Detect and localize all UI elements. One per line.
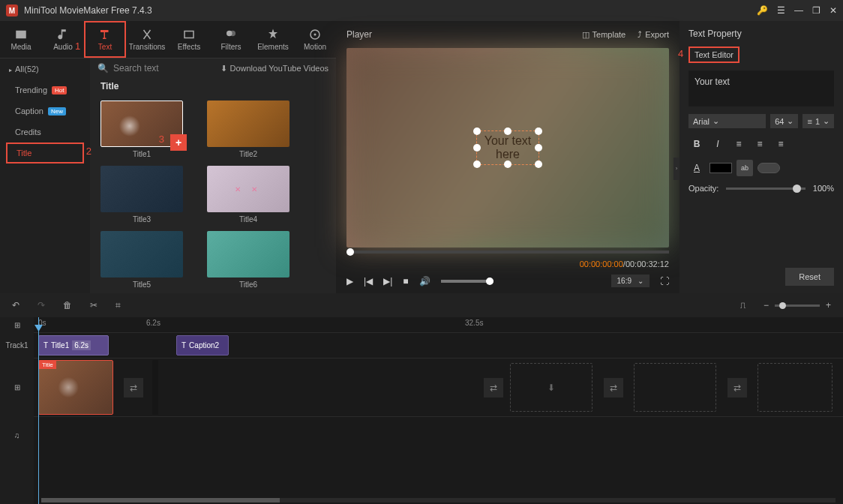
play-icon[interactable]: ▶ (346, 276, 353, 286)
props-title: Text Property (688, 28, 834, 39)
sidebar-item-title[interactable]: Title (6, 142, 84, 164)
opacity-slider[interactable] (726, 188, 806, 190)
trash-icon[interactable]: 🗑 (63, 300, 72, 310)
line-spacing-select[interactable]: ≡1⌄ (802, 114, 834, 128)
clip-video-main[interactable] (152, 360, 475, 415)
tab-motion[interactable]: Motion (294, 21, 336, 58)
align-center-button[interactable]: ≡ (752, 136, 768, 152)
font-size-select[interactable]: 64⌄ (770, 114, 798, 128)
tab-elements[interactable]: Elements (252, 21, 294, 58)
key-icon[interactable]: 🔑 (757, 5, 768, 16)
bold-button[interactable]: B (688, 136, 705, 152)
next-frame-icon[interactable]: ▶| (383, 276, 392, 286)
audio-track-icon[interactable]: ♫ (0, 416, 34, 454)
panel-collapse-handle[interactable]: › (674, 158, 680, 180)
thumb-title5[interactable]: Title5 (100, 231, 183, 289)
seek-bar[interactable] (346, 250, 669, 254)
opacity-label: Opacity: (688, 184, 718, 193)
clip-caption2[interactable]: T Caption2 (176, 335, 229, 356)
handle-icon[interactable] (473, 144, 481, 152)
sidebar-item-credits[interactable]: Credits (0, 122, 90, 142)
annotation-3: 3 (159, 134, 164, 145)
app-logo: M (6, 4, 18, 16)
text-track[interactable]: T Title1 6.2s T Caption2 (34, 332, 843, 358)
minimize-icon[interactable]: — (794, 5, 803, 16)
reset-button[interactable]: Reset (785, 268, 834, 286)
drop-zone[interactable]: ⬇ (510, 363, 592, 412)
time-ruler[interactable]: 0s 6.2s 32.5s (34, 317, 843, 332)
sidebar-header[interactable]: ▸All(52) (0, 58, 90, 80)
search-icon: 🔍 (98, 63, 109, 74)
handle-icon[interactable] (504, 128, 512, 135)
thumb-title3[interactable]: Title3 (100, 166, 183, 224)
download-link[interactable]: ⬇ Download YouTube Videos (220, 64, 329, 74)
highlight-button[interactable]: ab (736, 160, 753, 176)
text-editor-input[interactable] (688, 70, 834, 106)
volume-slider[interactable] (441, 280, 494, 283)
export-button[interactable]: ⤴ Export (638, 30, 669, 40)
maximize-icon[interactable]: ❐ (812, 5, 820, 16)
highlight-color-swatch[interactable] (758, 163, 780, 173)
drop-zone[interactable] (758, 363, 832, 412)
align-right-button[interactable]: ≡ (772, 136, 789, 152)
chevron-down-icon: ⌄ (823, 116, 830, 126)
add-track-button[interactable]: ⊞ (0, 317, 34, 332)
tab-transitions[interactable]: Transitions (126, 21, 168, 58)
horizontal-scrollbar[interactable] (41, 498, 836, 502)
cut-icon[interactable]: ✂ (90, 300, 98, 310)
menu-icon[interactable]: ☰ (777, 5, 785, 16)
prev-frame-icon[interactable]: |◀ (364, 276, 373, 286)
zoom-control[interactable]: − + (764, 300, 831, 310)
video-track[interactable]: Title ⇄ ⇄ ⬇ ⇄ ⇄ (34, 358, 843, 416)
sidebar-item-caption[interactable]: CaptionNew (0, 100, 90, 122)
align-left-button[interactable]: ≡ (730, 136, 747, 152)
undo-icon[interactable]: ↶ (12, 300, 20, 310)
drop-zone[interactable] (634, 363, 716, 412)
transition-slot[interactable]: ⇄ (604, 378, 623, 398)
zoom-in-icon[interactable]: + (826, 300, 831, 310)
transition-slot[interactable]: ⇄ (124, 378, 143, 398)
handle-icon[interactable] (473, 128, 481, 135)
text-overlay[interactable]: Your text here (476, 130, 540, 165)
search-input[interactable]: 🔍 Search text (98, 63, 159, 74)
redo-icon[interactable]: ↷ (38, 300, 45, 310)
thumb-title4[interactable]: Title4 (207, 166, 290, 224)
transition-slot[interactable]: ⇄ (484, 378, 503, 398)
clip-title1[interactable]: T Title1 6.2s (38, 335, 109, 356)
volume-icon[interactable]: 🔊 (419, 276, 430, 286)
template-button[interactable]: ◫ Template (582, 30, 626, 40)
annotation-1: 1 (75, 40, 80, 52)
chevron-down-icon: ⌄ (712, 116, 719, 126)
fullscreen-icon[interactable]: ⛶ (660, 276, 669, 286)
handle-icon[interactable] (473, 160, 481, 168)
text-color-swatch[interactable] (710, 163, 732, 173)
thumb-title1[interactable]: 3 + Title1 (100, 100, 183, 158)
thumb-title6[interactable]: Title6 (207, 231, 290, 289)
svg-point-3 (314, 34, 316, 36)
text-color-button[interactable]: A (688, 160, 705, 176)
tab-effects[interactable]: Effects (168, 21, 210, 58)
clip-video-thumb[interactable]: Title (38, 360, 113, 415)
tab-audio[interactable]: Audio (42, 21, 84, 58)
tab-text-editor[interactable]: Text Editor (688, 46, 740, 63)
sidebar-item-trending[interactable]: TrendingHot (0, 80, 90, 100)
video-track-icon[interactable]: ⊞ (0, 358, 34, 416)
font-select[interactable]: Arial⌄ (688, 114, 766, 128)
handle-icon[interactable] (504, 160, 512, 168)
marker-icon[interactable]: ⎍ (740, 300, 746, 310)
italic-button[interactable]: I (710, 136, 726, 152)
tab-media[interactable]: Media (0, 21, 42, 58)
playhead[interactable] (38, 317, 39, 504)
preview-area[interactable]: Your text here (346, 48, 669, 248)
aspect-ratio-select[interactable]: 16:9⌄ (611, 274, 650, 287)
stop-icon[interactable]: ■ (403, 276, 408, 286)
add-button[interactable]: + (170, 134, 187, 151)
crop-icon[interactable]: ⌗ (116, 300, 121, 310)
tab-text[interactable]: 1 Text (84, 21, 126, 58)
audio-track[interactable] (34, 416, 843, 454)
zoom-out-icon[interactable]: − (764, 300, 769, 310)
thumb-title2[interactable]: Title2 (207, 100, 290, 158)
close-icon[interactable]: ✕ (830, 5, 837, 16)
transition-slot[interactable]: ⇄ (728, 378, 747, 398)
tab-filters[interactable]: Filters (210, 21, 252, 58)
